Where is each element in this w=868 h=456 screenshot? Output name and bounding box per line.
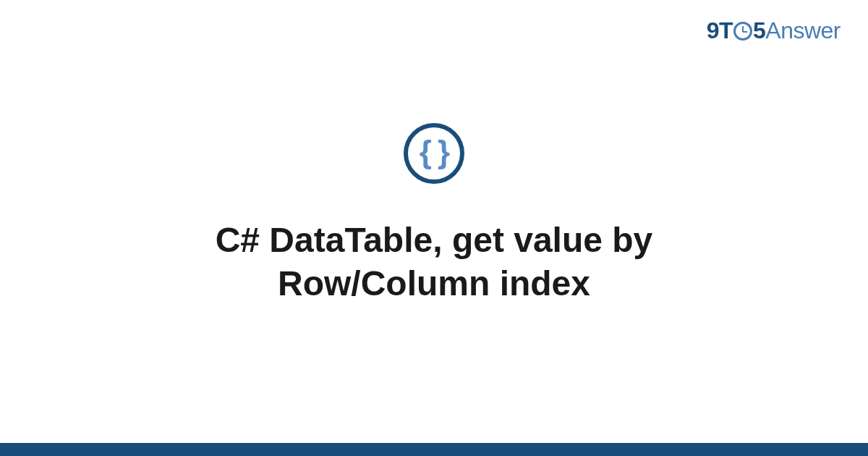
page-title: C# DataTable, get value by Row/Column in… [109,219,760,305]
clock-icon [733,22,752,41]
site-logo: 9T5Answer [707,17,841,44]
logo-text-answer: Answer [765,17,841,43]
logo-text-9t: 9T [707,17,733,43]
footer-bar [0,443,868,456]
logo-text-5: 5 [753,17,765,43]
main-content: { } C# DataTable, get value by Row/Colum… [0,123,868,305]
category-badge: { } [404,123,464,184]
code-braces-icon: { } [420,136,448,168]
